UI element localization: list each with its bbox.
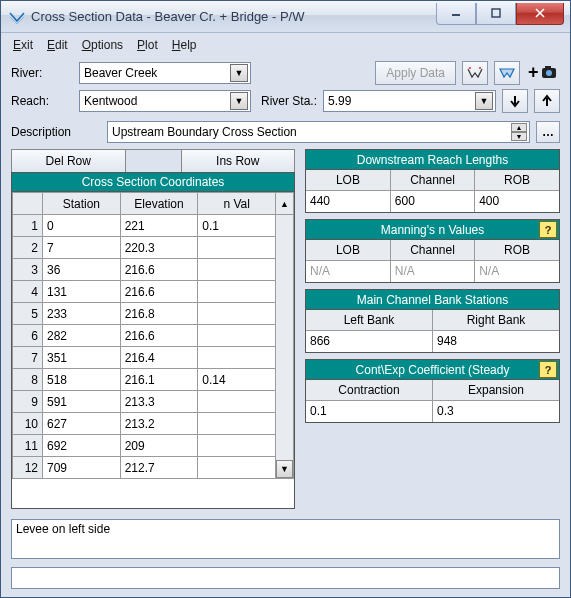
reach-label: Reach: (11, 94, 73, 108)
titlebar: Cross Section Data - Beaver Cr. + Bridge… (1, 1, 570, 33)
manning-panel: Manning's n Values ? LOBChannelROB N/AN/… (305, 219, 560, 283)
help-icon[interactable]: ? (539, 361, 557, 378)
app-window: Cross Section Data - Beaver Cr. + Bridge… (0, 0, 571, 598)
help-icon[interactable]: ? (539, 221, 557, 238)
menu-edit[interactable]: Edit (47, 38, 68, 52)
apply-data-button[interactable]: Apply Data (375, 61, 456, 85)
description-label: Description (11, 125, 101, 139)
close-button[interactable] (516, 3, 564, 25)
col-elevation[interactable]: Elevation (120, 193, 198, 215)
reach-value: Kentwood (84, 94, 230, 108)
svg-text:+: + (528, 63, 539, 82)
menu-plot[interactable]: Plot (137, 38, 158, 52)
table-row: 9591213.3 (13, 391, 294, 413)
app-icon (9, 9, 25, 25)
manning-lob[interactable]: N/A (306, 260, 390, 282)
notes-field[interactable]: Levee on left side (11, 519, 560, 559)
right-bank[interactable]: 948 (433, 330, 560, 352)
downstream-rob[interactable]: 400 (475, 190, 559, 212)
del-row-button[interactable]: Del Row (12, 150, 126, 172)
left-bank[interactable]: 866 (306, 330, 433, 352)
manning-title: Manning's n Values ? (306, 220, 559, 240)
content-area: River: Beaver Creek ▼ Apply Data + Reach… (1, 57, 570, 597)
table-row: 336216.6 (13, 259, 294, 281)
downstream-panel: Downstream Reach Lengths LOBChannelROB 4… (305, 149, 560, 213)
banks-panel: Main Channel Bank Stations Left BankRigh… (305, 289, 560, 353)
contraction-value[interactable]: 0.1 (306, 400, 433, 422)
chevron-down-icon[interactable]: ▼ (230, 64, 248, 82)
menu-options[interactable]: Options (82, 38, 123, 52)
col-station[interactable]: Station (43, 193, 121, 215)
svg-point-8 (546, 70, 552, 76)
description-value: Upstream Boundary Cross Section (112, 125, 511, 139)
window-title: Cross Section Data - Beaver Cr. + Bridge… (31, 9, 436, 24)
table-row: 5233216.8 (13, 303, 294, 325)
window-buttons (436, 3, 564, 25)
down-arrow-button[interactable] (502, 89, 528, 113)
add-snapshot-button[interactable]: + (526, 61, 560, 85)
river-value: Beaver Creek (84, 66, 230, 80)
reach-combo[interactable]: Kentwood ▼ (79, 90, 251, 112)
ins-row-button[interactable]: Ins Row (182, 150, 295, 172)
maximize-button[interactable] (476, 3, 516, 25)
table-row: 6282216.6 (13, 325, 294, 347)
downstream-channel[interactable]: 600 (390, 190, 474, 212)
scroll-down-icon[interactable]: ▼ (276, 460, 293, 478)
svg-rect-1 (492, 9, 500, 17)
menu-exit[interactable]: Exit (13, 38, 33, 52)
table-row: 4131216.6 (13, 281, 294, 303)
riversta-combo[interactable]: 5.99 ▼ (323, 90, 496, 112)
riversta-value: 5.99 (328, 94, 475, 108)
table-row: 8518216.10.14 (13, 369, 294, 391)
coords-title: Cross Section Coordinates (11, 172, 295, 192)
table-row: 7351216.4 (13, 347, 294, 369)
plot-xs-button[interactable] (462, 61, 488, 85)
chevron-down-icon[interactable]: ▼ (475, 92, 493, 110)
table-row: 10627213.2 (13, 413, 294, 435)
description-spinner[interactable]: ▲▼ (511, 123, 527, 141)
river-label: River: (11, 66, 73, 80)
downstream-lob[interactable]: 440 (306, 190, 390, 212)
table-row: 27220.3 (13, 237, 294, 259)
menubar: Exit Edit Options Plot Help (1, 33, 570, 57)
svg-rect-0 (452, 14, 460, 16)
col-nval[interactable]: n Val (198, 193, 276, 215)
chevron-down-icon[interactable]: ▼ (230, 92, 248, 110)
contexp-panel: Cont\Exp Coefficient (Steady ? Contracti… (305, 359, 560, 423)
up-arrow-button[interactable] (534, 89, 560, 113)
svg-point-5 (479, 67, 481, 69)
manning-channel[interactable]: N/A (390, 260, 474, 282)
expansion-value[interactable]: 0.3 (433, 400, 560, 422)
status-bar (11, 567, 560, 589)
minimize-button[interactable] (436, 3, 476, 25)
banks-title: Main Channel Bank Stations (306, 290, 559, 310)
downstream-title: Downstream Reach Lengths (306, 150, 559, 170)
scroll-up-icon[interactable]: ▲ (276, 193, 294, 215)
coords-grid[interactable]: Station Elevation n Val ▲ 102210.1▼ 2722… (11, 192, 295, 509)
manning-rob[interactable]: N/A (475, 260, 559, 282)
river-combo[interactable]: Beaver Creek ▼ (79, 62, 251, 84)
riversta-label: River Sta.: (261, 94, 317, 108)
svg-rect-9 (545, 66, 551, 69)
menu-help[interactable]: Help (172, 38, 197, 52)
contexp-title: Cont\Exp Coefficient (Steady ? (306, 360, 559, 380)
description-field[interactable]: Upstream Boundary Cross Section ▲▼ (107, 121, 530, 143)
description-more-button[interactable]: … (536, 121, 560, 143)
table-row: 102210.1▼ (13, 215, 294, 237)
table-row: 12709212.7 (13, 457, 294, 479)
svg-point-4 (469, 67, 471, 69)
table-row: 11692209 (13, 435, 294, 457)
plot-shade-button[interactable] (494, 61, 520, 85)
